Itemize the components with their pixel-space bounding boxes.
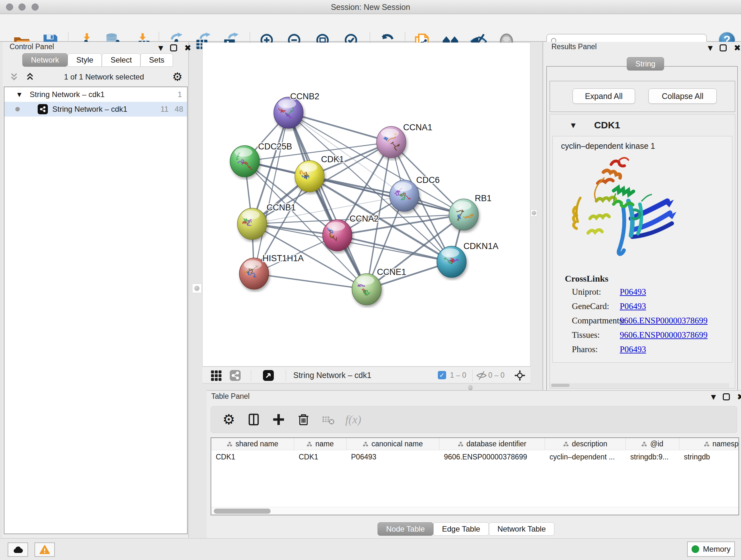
- crosslink-link[interactable]: P06493: [620, 287, 646, 297]
- network-node-CDKN1A[interactable]: CDKN1A: [437, 241, 498, 277]
- panel-close-icon[interactable]: ✖: [737, 392, 741, 401]
- tab-style[interactable]: Style: [68, 53, 102, 67]
- node-label-HIST1H1A: HIST1H1A: [262, 253, 304, 263]
- memory-label: Memory: [703, 545, 731, 554]
- network-node-CCNB1[interactable]: CCNB1: [238, 203, 296, 240]
- panel-menu-icon[interactable]: ▼: [711, 393, 716, 401]
- table-cell[interactable]: cyclin–dependent ...: [545, 453, 626, 461]
- table-options-gear-icon[interactable]: ⚙: [222, 413, 236, 427]
- network-collection-row[interactable]: ▼ String Network – cdk1 1: [4, 87, 187, 102]
- table-cell[interactable]: stringdb:9...: [626, 453, 679, 461]
- panel-float-icon[interactable]: [723, 393, 730, 400]
- panel-float-icon[interactable]: [170, 44, 177, 51]
- expand-all-icon[interactable]: [24, 72, 36, 82]
- function-builder-icon[interactable]: f(x): [346, 413, 360, 427]
- net-toolbar-separator: [472, 369, 473, 381]
- network-node-HIST1H1A[interactable]: HIST1H1A: [239, 253, 304, 289]
- memory-button[interactable]: Memory: [687, 542, 735, 557]
- table-cell[interactable]: CDK1: [294, 453, 347, 461]
- overview-window-icon[interactable]: [262, 369, 274, 381]
- network-node-CCNB2[interactable]: CCNB2: [274, 91, 320, 128]
- node-label-CDKN1A: CDKN1A: [463, 241, 498, 251]
- column-header-canonical-name[interactable]: canonical name: [347, 438, 440, 450]
- network-options-gear-icon[interactable]: ⚙: [172, 71, 183, 83]
- left-splitter-handle[interactable]: [192, 284, 202, 293]
- crosslink-link[interactable]: 9606.ENSP00000378699: [620, 316, 708, 325]
- tab-node-table[interactable]: Node Table: [378, 522, 433, 536]
- selected-checkbox-icon[interactable]: ✓: [438, 371, 446, 379]
- node-label-CCNB2: CCNB2: [290, 91, 320, 101]
- bottom-splitter-handle[interactable]: [468, 385, 473, 390]
- network-node-CDK1[interactable]: CDK1: [295, 154, 344, 192]
- network-node-CCNE1[interactable]: CCNE1: [352, 267, 406, 305]
- collapse-all-icon[interactable]: [8, 72, 20, 82]
- panel-float-icon[interactable]: [720, 44, 727, 51]
- crosslink-label: Pharos:: [572, 345, 598, 354]
- table-cell[interactable]: CDK1: [211, 453, 294, 461]
- protein-structure-image: [565, 153, 681, 260]
- table-row[interactable]: CDK1CDK1P064939606.ENSP00000378699cyclin…: [211, 450, 738, 463]
- crosslink-link[interactable]: 9606.ENSP00000378699: [620, 330, 708, 340]
- net-toolbar-separator: [286, 369, 286, 381]
- warnings-button[interactable]: [35, 543, 55, 557]
- network-canvas[interactable]: CCNB2CCNA1CDC25BCDK1CDC6RB1CCNB1CCNA2CDK…: [202, 43, 530, 367]
- column-header-database-identifier[interactable]: database identifier: [440, 438, 545, 450]
- column-header--id[interactable]: @id: [626, 438, 679, 450]
- right-splitter-handle[interactable]: [531, 209, 537, 216]
- table-cell[interactable]: 9606.ENSP00000378699: [440, 453, 545, 461]
- tab-network-table[interactable]: Network Table: [489, 522, 555, 536]
- control-panel-title: Control Panel: [10, 43, 54, 51]
- control-panel-tabs: NetworkStyleSelectSets: [22, 53, 173, 67]
- gene-expander-icon[interactable]: ▼: [571, 122, 576, 129]
- table-cell[interactable]: P06493: [347, 453, 440, 461]
- table-cell[interactable]: stringdb: [679, 453, 739, 461]
- node-label-CDK1: CDK1: [321, 154, 344, 164]
- gene-description: cyclin–dependent kinase 1: [561, 141, 655, 151]
- string-style-icon[interactable]: [229, 369, 241, 381]
- tab-edge-table[interactable]: Edge Table: [433, 522, 489, 536]
- tab-sets[interactable]: Sets: [140, 53, 173, 67]
- crosslink-link[interactable]: P06493: [620, 301, 646, 311]
- delete-table-icon[interactable]: [321, 413, 335, 427]
- panel-close-icon[interactable]: ✖: [184, 43, 191, 53]
- column-header-namespace[interactable]: namespace: [679, 438, 739, 450]
- network-row[interactable]: String Network – cdk1 11 48: [4, 102, 187, 117]
- collection-network-count: 1: [178, 90, 182, 99]
- main-toolbar: ?: [0, 14, 741, 42]
- column-header-name[interactable]: name: [294, 438, 347, 450]
- network-node-RB1[interactable]: RB1: [449, 193, 491, 230]
- scrollbar-thumb[interactable]: [214, 509, 271, 514]
- column-header-shared-name[interactable]: shared name: [211, 438, 294, 450]
- net-toolbar-separator: [251, 369, 251, 381]
- crosslink-link[interactable]: P06493: [620, 345, 646, 354]
- results-horizontal-scrollbar[interactable]: [550, 383, 729, 388]
- panel-close-icon[interactable]: ✖: [734, 43, 741, 53]
- panel-menu-icon[interactable]: ▼: [708, 44, 713, 52]
- column-header-description[interactable]: description: [545, 438, 626, 450]
- expand-all-button[interactable]: Expand All: [572, 88, 635, 104]
- crosslink-row: Compartments:9606.ENSP00000378699: [572, 316, 625, 326]
- results-panel-window-icons: ▼ ✖: [708, 43, 741, 53]
- node-label-CDC6: CDC6: [416, 175, 440, 185]
- delete-column-icon[interactable]: [296, 413, 311, 427]
- tab-select[interactable]: Select: [102, 53, 140, 67]
- tab-string[interactable]: String: [627, 57, 664, 71]
- node-label-RB1: RB1: [475, 193, 492, 203]
- table-panel: Table Panel ▼ ✖ ⚙ f(x) shared namenameca…: [207, 390, 741, 538]
- show-columns-icon[interactable]: [247, 413, 261, 427]
- gene-section-header[interactable]: ▼ CDK1: [550, 114, 735, 136]
- network-node-CCNA1[interactable]: CCNA1: [377, 123, 432, 158]
- create-column-icon[interactable]: [272, 413, 286, 427]
- hidden-eye-icon[interactable]: [475, 369, 488, 381]
- pan-crosshair-icon[interactable]: [514, 369, 526, 381]
- gene-section: ▼ CDK1 cyclin–dependent kinase 1: [549, 114, 735, 388]
- tab-network[interactable]: Network: [22, 53, 68, 67]
- node-label-CDC25B: CDC25B: [258, 142, 292, 151]
- collapse-all-button[interactable]: Collapse All: [649, 88, 717, 104]
- cloud-button[interactable]: [8, 543, 28, 557]
- birdseye-grid-icon[interactable]: [210, 369, 222, 381]
- collection-expander-icon[interactable]: ▼: [17, 91, 21, 98]
- table-horizontal-scrollbar[interactable]: [211, 507, 738, 515]
- panel-menu-icon[interactable]: ▼: [158, 44, 163, 52]
- string-network-icon: [38, 104, 48, 114]
